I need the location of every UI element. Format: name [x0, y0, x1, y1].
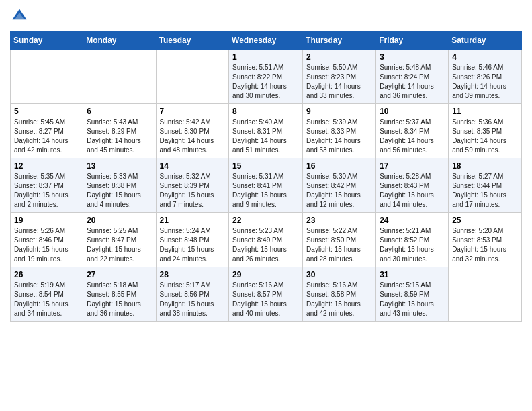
- day-info: Sunrise: 5:17 AMSunset: 8:56 PMDaylight:…: [160, 281, 226, 318]
- day-number: 8: [232, 107, 299, 116]
- calendar-cell: 20Sunrise: 5:25 AMSunset: 8:47 PMDayligh…: [83, 213, 156, 267]
- calendar-week-0: 1Sunrise: 5:51 AMSunset: 8:22 PMDaylight…: [11, 50, 522, 104]
- day-number: 3: [380, 52, 445, 62]
- calendar-week-2: 12Sunrise: 5:35 AMSunset: 8:37 PMDayligh…: [11, 158, 522, 213]
- calendar-cell: 16Sunrise: 5:30 AMSunset: 8:42 PMDayligh…: [303, 158, 376, 213]
- calendar-cell: 26Sunrise: 5:19 AMSunset: 8:54 PMDayligh…: [11, 267, 83, 322]
- day-number: 23: [306, 216, 372, 225]
- day-number: 19: [14, 216, 79, 225]
- calendar-cell: 5Sunrise: 5:45 AMSunset: 8:27 PMDaylight…: [11, 104, 83, 158]
- calendar-week-3: 19Sunrise: 5:26 AMSunset: 8:46 PMDayligh…: [11, 213, 522, 267]
- logo: [10, 7, 32, 26]
- weekday-header-monday: Monday: [83, 32, 156, 50]
- day-number: 29: [232, 270, 299, 279]
- day-number: 16: [306, 161, 372, 171]
- calendar-cell: 4Sunrise: 5:46 AMSunset: 8:26 PMDaylight…: [449, 50, 522, 104]
- calendar-cell: 15Sunrise: 5:31 AMSunset: 8:41 PMDayligh…: [229, 158, 303, 213]
- day-info: Sunrise: 5:23 AMSunset: 8:49 PMDaylight:…: [232, 226, 299, 264]
- day-number: 13: [87, 161, 152, 171]
- day-info: Sunrise: 5:30 AMSunset: 8:42 PMDaylight:…: [306, 172, 372, 210]
- day-number: 5: [14, 107, 79, 116]
- weekday-header-saturday: Saturday: [449, 32, 522, 50]
- calendar-cell: 28Sunrise: 5:17 AMSunset: 8:56 PMDayligh…: [156, 267, 229, 322]
- weekday-header-friday: Friday: [376, 32, 449, 50]
- day-info: Sunrise: 5:39 AMSunset: 8:33 PMDaylight:…: [306, 118, 372, 155]
- day-info: Sunrise: 5:42 AMSunset: 8:30 PMDaylight:…: [160, 118, 226, 155]
- calendar-cell: [449, 267, 522, 322]
- calendar-table: SundayMondayTuesdayWednesdayThursdayFrid…: [10, 31, 522, 322]
- calendar-cell: 31Sunrise: 5:15 AMSunset: 8:59 PMDayligh…: [376, 267, 449, 322]
- calendar-cell: [11, 50, 83, 104]
- day-number: 9: [306, 107, 372, 116]
- weekday-header-wednesday: Wednesday: [229, 32, 303, 50]
- weekday-header-row: SundayMondayTuesdayWednesdayThursdayFrid…: [11, 32, 522, 50]
- day-number: 28: [160, 270, 226, 279]
- calendar-cell: 13Sunrise: 5:33 AMSunset: 8:38 PMDayligh…: [83, 158, 156, 213]
- day-info: Sunrise: 5:26 AMSunset: 8:46 PMDaylight:…: [14, 226, 79, 264]
- calendar-cell: 10Sunrise: 5:37 AMSunset: 8:34 PMDayligh…: [376, 104, 449, 158]
- day-number: 14: [160, 161, 226, 171]
- calendar-cell: 25Sunrise: 5:20 AMSunset: 8:53 PMDayligh…: [449, 213, 522, 267]
- day-number: 4: [452, 52, 518, 62]
- day-info: Sunrise: 5:43 AMSunset: 8:29 PMDaylight:…: [87, 118, 152, 155]
- day-number: 7: [160, 107, 226, 116]
- calendar-cell: 1Sunrise: 5:51 AMSunset: 8:22 PMDaylight…: [229, 50, 303, 104]
- day-number: 27: [87, 270, 152, 279]
- calendar-cell: 7Sunrise: 5:42 AMSunset: 8:30 PMDaylight…: [156, 104, 229, 158]
- day-number: 15: [232, 161, 299, 171]
- day-info: Sunrise: 5:16 AMSunset: 8:58 PMDaylight:…: [306, 281, 372, 318]
- logo-icon: [10, 7, 29, 26]
- calendar-cell: 24Sunrise: 5:21 AMSunset: 8:52 PMDayligh…: [376, 213, 449, 267]
- day-number: 20: [87, 216, 152, 225]
- calendar-cell: 23Sunrise: 5:22 AMSunset: 8:50 PMDayligh…: [303, 213, 376, 267]
- day-info: Sunrise: 5:32 AMSunset: 8:39 PMDaylight:…: [160, 172, 226, 210]
- calendar-cell: 17Sunrise: 5:28 AMSunset: 8:43 PMDayligh…: [376, 158, 449, 213]
- day-info: Sunrise: 5:24 AMSunset: 8:48 PMDaylight:…: [160, 226, 226, 264]
- calendar-cell: 27Sunrise: 5:18 AMSunset: 8:55 PMDayligh…: [83, 267, 156, 322]
- calendar-cell: 3Sunrise: 5:48 AMSunset: 8:24 PMDaylight…: [376, 50, 449, 104]
- calendar-cell: [83, 50, 156, 104]
- day-info: Sunrise: 5:40 AMSunset: 8:31 PMDaylight:…: [232, 118, 299, 155]
- day-info: Sunrise: 5:16 AMSunset: 8:57 PMDaylight:…: [232, 281, 299, 318]
- weekday-header-sunday: Sunday: [11, 32, 83, 50]
- calendar-cell: 9Sunrise: 5:39 AMSunset: 8:33 PMDaylight…: [303, 104, 376, 158]
- calendar-cell: 21Sunrise: 5:24 AMSunset: 8:48 PMDayligh…: [156, 213, 229, 267]
- day-number: 24: [380, 216, 445, 225]
- day-info: Sunrise: 5:33 AMSunset: 8:38 PMDaylight:…: [87, 172, 152, 210]
- day-number: 6: [87, 107, 152, 116]
- day-info: Sunrise: 5:22 AMSunset: 8:50 PMDaylight:…: [306, 226, 372, 264]
- day-info: Sunrise: 5:35 AMSunset: 8:37 PMDaylight:…: [14, 172, 79, 210]
- calendar-cell: 29Sunrise: 5:16 AMSunset: 8:57 PMDayligh…: [229, 267, 303, 322]
- day-number: 21: [160, 216, 226, 225]
- day-info: Sunrise: 5:15 AMSunset: 8:59 PMDaylight:…: [380, 281, 445, 318]
- calendar-cell: 18Sunrise: 5:27 AMSunset: 8:44 PMDayligh…: [449, 158, 522, 213]
- day-info: Sunrise: 5:45 AMSunset: 8:27 PMDaylight:…: [14, 118, 79, 155]
- calendar-cell: [156, 50, 229, 104]
- calendar-cell: 8Sunrise: 5:40 AMSunset: 8:31 PMDaylight…: [229, 104, 303, 158]
- day-info: Sunrise: 5:46 AMSunset: 8:26 PMDaylight:…: [452, 63, 518, 101]
- calendar-cell: 30Sunrise: 5:16 AMSunset: 8:58 PMDayligh…: [303, 267, 376, 322]
- day-number: 11: [452, 107, 518, 116]
- day-info: Sunrise: 5:27 AMSunset: 8:44 PMDaylight:…: [452, 172, 518, 210]
- calendar-cell: 6Sunrise: 5:43 AMSunset: 8:29 PMDaylight…: [83, 104, 156, 158]
- calendar-week-1: 5Sunrise: 5:45 AMSunset: 8:27 PMDaylight…: [11, 104, 522, 158]
- calendar-week-4: 26Sunrise: 5:19 AMSunset: 8:54 PMDayligh…: [11, 267, 522, 322]
- day-number: 30: [306, 270, 372, 279]
- day-number: 17: [380, 161, 445, 171]
- calendar-cell: 22Sunrise: 5:23 AMSunset: 8:49 PMDayligh…: [229, 213, 303, 267]
- page-header: [10, 7, 522, 26]
- day-info: Sunrise: 5:31 AMSunset: 8:41 PMDaylight:…: [232, 172, 299, 210]
- weekday-header-thursday: Thursday: [303, 32, 376, 50]
- day-info: Sunrise: 5:51 AMSunset: 8:22 PMDaylight:…: [232, 63, 299, 101]
- day-number: 18: [452, 161, 518, 171]
- calendar-cell: 14Sunrise: 5:32 AMSunset: 8:39 PMDayligh…: [156, 158, 229, 213]
- day-number: 2: [306, 52, 372, 62]
- day-number: 10: [380, 107, 445, 116]
- day-number: 12: [14, 161, 79, 171]
- day-number: 1: [232, 52, 299, 62]
- day-number: 26: [14, 270, 79, 279]
- day-info: Sunrise: 5:20 AMSunset: 8:53 PMDaylight:…: [452, 226, 518, 264]
- day-info: Sunrise: 5:36 AMSunset: 8:35 PMDaylight:…: [452, 118, 518, 155]
- day-number: 31: [380, 270, 445, 279]
- day-number: 22: [232, 216, 299, 225]
